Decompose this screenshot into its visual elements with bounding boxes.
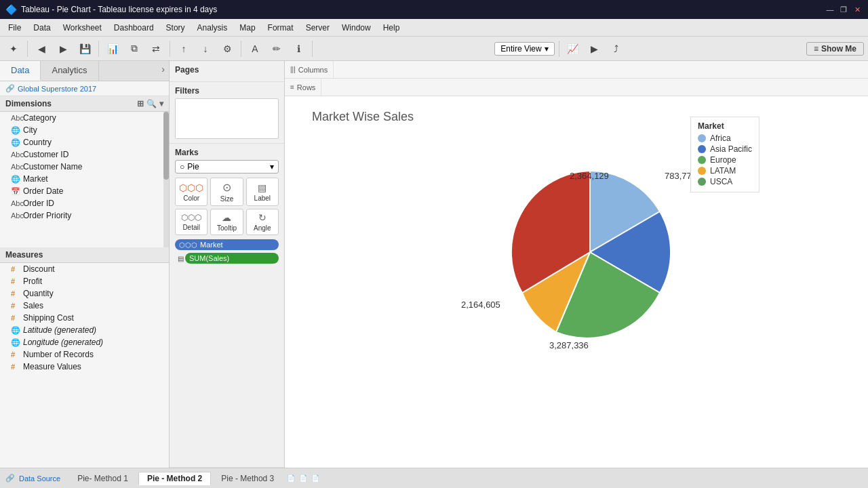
menu-story[interactable]: Story <box>161 22 191 34</box>
tab-pie-method3[interactable]: Pie - Method 3 <box>212 472 283 485</box>
measure-latitude[interactable]: 🌐 Latitude (generated) <box>0 324 169 336</box>
marks-label-btn[interactable]: ▤ Label <box>246 178 279 206</box>
menu-analysis[interactable]: Analysis <box>192 22 233 34</box>
dimensions-search-icon[interactable]: 🔍 <box>146 99 157 108</box>
marks-market-pill[interactable]: ⬡⬡⬡ Market <box>175 239 279 250</box>
toolbar-filter-btn[interactable]: ⚙ <box>218 39 237 58</box>
dim-category[interactable]: Abc Category <box>0 112 163 124</box>
close-button[interactable]: ✕ <box>852 4 863 15</box>
pie-chart[interactable] <box>488 150 692 354</box>
view-label: Entire View <box>500 44 541 54</box>
toolbar-sep3 <box>170 41 170 57</box>
measure-longitude[interactable]: 🌐 Longitude (generated) <box>0 336 169 348</box>
toolbar-label-btn[interactable]: A <box>245 39 264 58</box>
marks-section: Marks ○ Pie ▾ ⬡⬡⬡ Color ⊙ Size ▤ L <box>170 144 284 468</box>
marks-type-dropdown[interactable]: ○ Pie ▾ <box>175 160 279 174</box>
show-me-label: Show Me <box>821 44 856 54</box>
sum-sales-label: SUM(Sales) <box>189 254 229 262</box>
tab-pie-method1[interactable]: Pie- Method 1 <box>68 472 137 485</box>
color-dots-icon: ⬡⬡⬡ <box>179 182 203 193</box>
tab-delete-icon[interactable]: 📄 <box>311 474 319 482</box>
toolbar-present-btn[interactable]: ▶ <box>585 39 604 58</box>
marks-tooltip-btn[interactable]: ☁ Tooltip <box>210 209 243 235</box>
measure-sales[interactable]: # Sales <box>0 300 169 312</box>
toolbar-sep2 <box>98 41 99 57</box>
marks-angle-btn[interactable]: ↻ Angle <box>246 209 279 235</box>
menu-map[interactable]: Map <box>234 22 260 34</box>
rows-shelf: ≡ Rows <box>285 79 868 96</box>
middle-panel: Pages Filters Marks ○ Pie ▾ ⬡⬡⬡ Color <box>170 61 285 468</box>
toolbar-sort-desc-btn[interactable]: ↓ <box>196 39 215 58</box>
toolbar-tooltip-btn[interactable]: ℹ <box>289 39 308 58</box>
tab-dup-icon[interactable]: 📄 <box>299 474 307 482</box>
toolbar-mark-btn[interactable]: ✏ <box>267 39 286 58</box>
toolbar-dup-btn[interactable]: ⧉ <box>125 39 144 58</box>
columns-label: ||| Columns <box>290 66 328 74</box>
rows-content[interactable] <box>321 79 863 96</box>
dim-market[interactable]: 🌐 Market <box>0 173 163 185</box>
columns-content[interactable] <box>333 61 863 78</box>
measure-icon: # <box>11 363 20 371</box>
legend-color-usca <box>698 178 706 186</box>
sidebar-collapse-btn[interactable]: › <box>157 61 169 81</box>
menu-data[interactable]: Data <box>28 22 56 34</box>
toolbar-new-btn[interactable]: 📊 <box>103 39 122 58</box>
toolbar-save-btn[interactable]: 💾 <box>75 39 94 58</box>
tab-analytics[interactable]: Analytics <box>41 61 98 81</box>
menu-server[interactable]: Server <box>300 22 335 34</box>
dim-order-priority[interactable]: Abc Order Priority <box>0 209 163 222</box>
toolbar-swap-btn[interactable]: ⇄ <box>146 39 165 58</box>
dimensions-grid-icon[interactable]: ⊞ <box>137 99 144 108</box>
title-bar: 🔷 Tableau - Pie Chart - Tableau license … <box>0 0 868 19</box>
dim-customer-id[interactable]: Abc Customer ID <box>0 148 163 161</box>
dimensions-collapse-icon[interactable]: ▾ <box>159 99 163 108</box>
marks-chevron-icon: ▾ <box>270 162 274 171</box>
measures-label: Measures <box>5 250 43 260</box>
marks-sales-pill[interactable]: SUM(Sales) <box>185 253 279 264</box>
view-chevron-icon: ▾ <box>545 44 549 54</box>
data-source-tab[interactable]: Data Source <box>19 474 60 483</box>
measure-shipping-cost[interactable]: # Shipping Cost <box>0 312 169 324</box>
menu-bar: File Data Worksheet Dashboard Story Anal… <box>0 19 868 37</box>
toolbar-share-btn[interactable]: ⤴ <box>607 39 626 58</box>
tab-add-icon[interactable]: 📄 <box>287 474 295 482</box>
toolbar-chart-btn[interactable]: 📈 <box>564 39 583 58</box>
toolbar-sort-asc-btn[interactable]: ↑ <box>174 39 193 58</box>
dim-country[interactable]: 🌐 Country <box>0 136 163 148</box>
measure-profit[interactable]: # Profit <box>0 275 169 287</box>
maximize-button[interactable]: ❐ <box>838 4 849 15</box>
toolbar-forward-btn[interactable]: ▶ <box>54 39 73 58</box>
legend-color-asia <box>698 145 706 153</box>
legend: Market Africa Asia Pacific Europe LATAM <box>690 117 760 192</box>
tab-data[interactable]: Data <box>0 61 41 81</box>
toolbar-home-btn[interactable]: ✦ <box>4 39 23 58</box>
measure-records[interactable]: # Number of Records <box>0 348 169 361</box>
show-me-button[interactable]: ≡ Show Me <box>806 42 864 56</box>
dim-order-id[interactable]: Abc Order ID <box>0 197 163 209</box>
calendar-icon: 📅 <box>11 187 20 196</box>
tooltip-icon: ☁ <box>222 212 231 223</box>
view-dropdown[interactable]: Entire View ▾ <box>494 42 554 56</box>
dim-scrollbar[interactable] <box>163 112 169 247</box>
toolbar-back-btn[interactable]: ◀ <box>32 39 51 58</box>
measure-discount[interactable]: # Discount <box>0 263 169 275</box>
pie-icon: ○ <box>180 162 184 171</box>
marks-detail-btn[interactable]: ⬡⬡⬡ Detail <box>175 209 208 235</box>
dim-customer-name[interactable]: Abc Customer Name <box>0 161 163 173</box>
menu-window[interactable]: Window <box>336 22 376 34</box>
abc-icon: Abc <box>11 114 20 122</box>
menu-dashboard[interactable]: Dashboard <box>108 22 159 34</box>
tab-pie-method2[interactable]: Pie - Method 2 <box>138 472 211 485</box>
measure-quantity[interactable]: # Quantity <box>0 287 169 300</box>
menu-format[interactable]: Format <box>262 22 299 34</box>
menu-file[interactable]: File <box>3 22 26 34</box>
dim-order-date[interactable]: 📅 Order Date <box>0 185 163 197</box>
dim-city[interactable]: 🌐 City <box>0 124 163 136</box>
menu-worksheet[interactable]: Worksheet <box>58 22 107 34</box>
data-source[interactable]: 🔗 Global Superstore 2017 <box>0 81 169 96</box>
menu-help[interactable]: Help <box>378 22 406 34</box>
marks-size-btn[interactable]: ⊙ Size <box>210 178 243 206</box>
minimize-button[interactable]: — <box>825 4 835 15</box>
marks-color-btn[interactable]: ⬡⬡⬡ Color <box>175 178 208 206</box>
measure-values[interactable]: # Measure Values <box>0 361 169 373</box>
